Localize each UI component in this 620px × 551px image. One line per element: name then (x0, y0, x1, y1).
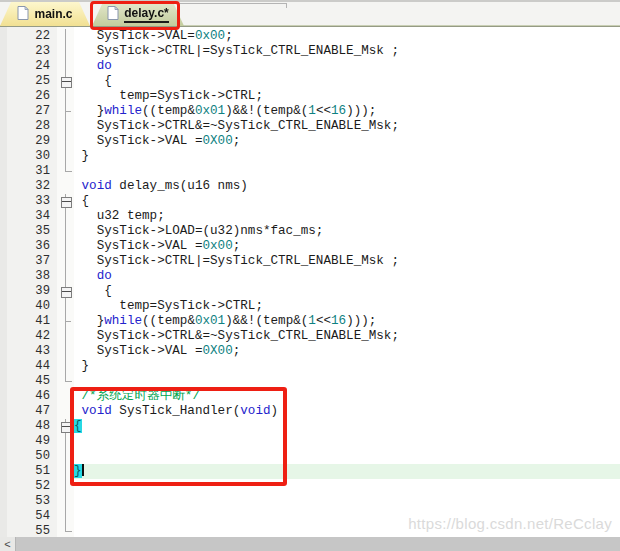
line-number: 23 (0, 44, 57, 59)
code-text[interactable]: SysTick->VAL =0x00; (74, 239, 620, 254)
fold-toggle-icon[interactable] (57, 284, 74, 299)
code-line-45: 45 (0, 374, 620, 389)
code-line-26: 26 temp=SysTick->CTRL; (0, 89, 620, 104)
code-line-33: 33 { (0, 194, 620, 209)
code-line-51: 51} (0, 464, 620, 479)
scrollbar-thumb[interactable] (15, 537, 620, 551)
line-number: 48 (0, 419, 57, 434)
code-text[interactable]: do (74, 269, 620, 284)
fold-margin (57, 29, 74, 44)
line-number: 47 (0, 404, 57, 419)
code-line-35: 35 SysTick->LOAD=(u32)nms*fac_ms; (0, 224, 620, 239)
fold-margin (57, 89, 74, 104)
fold-margin (57, 254, 74, 269)
code-line-39: 39 { (0, 284, 620, 299)
line-number: 33 (0, 194, 57, 209)
code-line-24: 24 do (0, 59, 620, 74)
code-line-49: 49 (0, 434, 620, 449)
code-line-22: 22 SysTick->VAL=0x00; (0, 29, 620, 44)
code-text[interactable]: SysTick->CTRL|=SysTick_CTRL_ENABLE_Msk ; (74, 254, 620, 269)
code-editor[interactable]: 22 SysTick->VAL=0x00;23 SysTick->CTRL|=S… (0, 27, 620, 550)
fold-margin (57, 329, 74, 344)
line-number: 32 (0, 179, 57, 194)
code-text[interactable]: }while((temp&0x01)&&!(temp&(1<<16))); (74, 314, 620, 329)
code-line-25: 25 { (0, 74, 620, 89)
code-text[interactable]: void delay_ms(u16 nms) (74, 179, 620, 194)
code-text[interactable]: SysTick->VAL =0X00; (74, 344, 620, 359)
code-text[interactable]: }while((temp&0x01)&&!(temp&(1<<16))); (74, 104, 620, 119)
fold-margin (57, 59, 74, 74)
code-text[interactable] (74, 449, 620, 464)
line-number: 22 (0, 29, 57, 44)
line-number: 34 (0, 209, 57, 224)
line-number: 54 (0, 509, 57, 524)
line-number: 40 (0, 299, 57, 314)
fold-toggle-icon[interactable] (57, 194, 74, 209)
line-number: 41 (0, 314, 57, 329)
code-line-27: 27 }while((temp&0x01)&&!(temp&(1<<16))); (0, 104, 620, 119)
code-text[interactable] (74, 434, 620, 449)
code-text[interactable] (74, 494, 620, 509)
line-number: 49 (0, 434, 57, 449)
fold-margin (57, 224, 74, 239)
fold-margin (57, 434, 74, 449)
line-number: 52 (0, 479, 57, 494)
code-text[interactable]: void SysTick_Handler(void) (74, 404, 620, 419)
code-text[interactable]: SysTick->VAL=0x00; (74, 29, 620, 44)
code-text[interactable]: } (74, 149, 620, 164)
code-line-32: 32 void delay_ms(u16 nms) (0, 179, 620, 194)
code-text[interactable]: SysTick->CTRL|=SysTick_CTRL_ENABLE_Msk ; (74, 44, 620, 59)
fold-toggle-icon[interactable] (57, 419, 74, 434)
fold-margin (57, 449, 74, 464)
code-text[interactable]: } (74, 464, 620, 479)
code-text[interactable] (74, 509, 620, 524)
code-text[interactable] (74, 164, 620, 179)
code-text[interactable]: } (74, 359, 620, 374)
code-line-36: 36 SysTick->VAL =0x00; (0, 239, 620, 254)
tab-bar: main.c delay.c* (0, 0, 620, 27)
code-line-23: 23 SysTick->CTRL|=SysTick_CTRL_ENABLE_Ms… (0, 44, 620, 59)
code-line-40: 40 temp=SysTick->CTRL; (0, 299, 620, 314)
fold-margin (57, 119, 74, 134)
code-line-37: 37 SysTick->CTRL|=SysTick_CTRL_ENABLE_Ms… (0, 254, 620, 269)
code-text[interactable]: SysTick->VAL =0X00; (74, 134, 620, 149)
code-text[interactable]: { (74, 284, 620, 299)
code-line-31: 31 (0, 164, 620, 179)
fold-margin (57, 344, 74, 359)
code-line-43: 43 SysTick->VAL =0X00; (0, 344, 620, 359)
line-number: 35 (0, 224, 57, 239)
fold-margin (57, 314, 74, 329)
tab-strip-edge-line (180, 3, 286, 4)
scroll-left-button[interactable]: < (0, 537, 15, 551)
fold-margin (57, 509, 74, 524)
code-text[interactable]: SysTick->LOAD=(u32)nms*fac_ms; (74, 224, 620, 239)
horizontal-scrollbar[interactable]: < (0, 537, 620, 551)
code-line-34: 34 u32 temp; (0, 209, 620, 224)
fold-toggle-icon[interactable] (57, 74, 74, 89)
document-icon (107, 6, 119, 23)
code-line-47: 47 void SysTick_Handler(void) (0, 404, 620, 419)
code-text[interactable]: u32 temp; (74, 209, 620, 224)
code-line-41: 41 }while((temp&0x01)&&!(temp&(1<<16))); (0, 314, 620, 329)
code-text[interactable]: temp=SysTick->CTRL; (74, 89, 620, 104)
line-number: 30 (0, 149, 57, 164)
tab-delay-c[interactable]: delay.c* (92, 2, 184, 26)
code-text[interactable]: do (74, 59, 620, 74)
code-text[interactable]: temp=SysTick->CTRL; (74, 299, 620, 314)
code-text[interactable]: { (74, 74, 620, 89)
code-line-53: 53 (0, 494, 620, 509)
fold-margin (57, 209, 74, 224)
code-text[interactable]: SysTick->CTRL&=~SysTick_CTRL_ENABLE_Msk; (74, 119, 620, 134)
code-text[interactable]: SysTick->CTRL&=~SysTick_CTRL_ENABLE_Msk; (74, 329, 620, 344)
code-text[interactable]: { (74, 194, 620, 209)
tab-main-c[interactable]: main.c (0, 2, 90, 26)
fold-margin (57, 389, 74, 404)
code-text[interactable]: { (74, 419, 620, 434)
tab-label-active: delay.c* (124, 6, 168, 23)
code-text[interactable]: /*系统定时器中断*/ (74, 389, 620, 404)
code-editor-window: main.c delay.c* 22 SysTick->VAL=0x00;23 … (0, 0, 620, 551)
code-text[interactable] (74, 479, 620, 494)
fold-margin (57, 479, 74, 494)
code-text[interactable] (74, 374, 620, 389)
fold-margin (57, 359, 74, 374)
